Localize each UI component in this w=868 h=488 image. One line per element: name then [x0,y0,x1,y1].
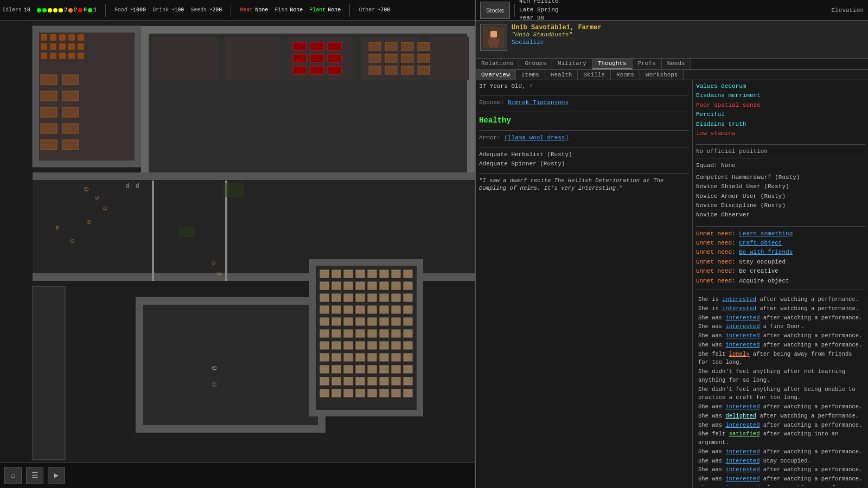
svg-rect-158 [380,365,388,373]
thought-link[interactable]: interested [725,403,760,410]
svg-rect-168 [404,377,412,385]
tab-groups[interactable]: Groups [519,59,552,69]
unmet-needs: Unmet need: Learn something Unmet need: … [696,230,865,286]
char-info: Unib Savotäble1, Farmer "Unib Standbusts… [512,24,864,46]
divider-spouse [479,112,689,112]
thought-link[interactable]: interested [725,476,760,482]
svg-rect-17 [41,53,47,59]
subtab-items[interactable]: Items [516,70,545,80]
svg-rect-61 [310,66,324,74]
values-section: Values decorum Disdains merriment Poor s… [696,82,865,139]
dot-2 [42,8,47,12]
thought-link[interactable]: interested [725,342,760,348]
subtab-overview[interactable]: Overview [476,70,516,80]
svg-rect-19 [59,53,66,59]
svg-rect-179 [0,21,31,471]
svg-rect-58 [310,54,324,62]
divider-thoughts [696,290,865,290]
svg-rect-154 [332,365,341,373]
thoughts-log[interactable]: She is interested after watching a perfo… [696,293,865,486]
tab-military[interactable]: Military [552,59,592,69]
subtab-skills[interactable]: Skills [578,70,611,80]
thought-link[interactable]: interested [725,422,760,428]
svg-rect-98 [332,282,341,290]
svg-rect-166 [380,377,388,385]
thought-link[interactable]: interested [725,458,760,464]
thought-link[interactable]: interested [725,466,760,473]
svg-rect-37 [152,37,217,80]
health-row: Healthy [479,115,689,126]
thought-link[interactable]: delighted [725,413,756,419]
svg-rect-133 [368,330,376,337]
svg-rect-142 [380,342,388,349]
svg-rect-157 [368,365,376,373]
tab-relations[interactable]: Relations [476,59,519,69]
svg-rect-135 [392,330,400,337]
armor-label: Armor: [479,134,501,141]
menu-icon[interactable]: ☰ [26,467,43,484]
food-section: Food ~1000 [114,7,146,13]
svg-rect-123 [344,318,353,325]
thought-link[interactable]: interested [725,448,760,455]
map-icon[interactable]: ⌂ [4,467,22,484]
svg-rect-131 [344,330,353,337]
svg-rect-180 [222,183,244,197]
thought-link[interactable]: interested [725,332,760,339]
svg-rect-15 [68,43,75,50]
svg-rect-115 [344,306,353,313]
svg-rect-176 [404,389,412,397]
svg-rect-162 [332,377,341,385]
thought-link[interactable]: interested [725,485,760,486]
char-portrait[interactable] [480,24,507,51]
thought-link[interactable]: lonely [729,351,750,357]
subtab-workshops[interactable]: Workshops [640,70,684,80]
svg-rect-116 [356,306,365,313]
svg-rect-43 [385,42,397,50]
skills-right: Competent Hammerdwarf (Rusty) Novice Shi… [696,174,865,221]
map-area[interactable]: ☺ ☺ ☺ ☺ ☺ ☺ ☺ d d c [0,21,475,471]
svg-rect-185 [488,38,492,44]
food-label: Food [114,7,127,13]
play-icon[interactable]: ▶ [48,467,65,484]
thought-link[interactable]: interested [725,314,760,321]
divider-position [696,158,865,158]
svg-rect-146 [332,354,341,361]
unmet-4: Unmet need: Stay occupied [696,258,865,266]
svg-rect-60 [293,66,307,74]
spouse-value[interactable]: Bomrek Tipcanyons [508,99,569,106]
svg-rect-103 [392,282,400,290]
thought-link[interactable]: interested [722,296,756,303]
game-map[interactable]: ☺ ☺ ☺ ☺ ☺ ☺ ☺ d d c [0,21,475,471]
tab-prefs[interactable]: Prefs [633,59,662,69]
svg-rect-5 [135,26,141,167]
svg-rect-46 [369,54,381,62]
svg-text:☺: ☺ [217,270,221,278]
tab-thoughts[interactable]: Thoughts [592,59,633,69]
subtab-health[interactable]: Health [545,70,578,80]
armor-value[interactable]: (llama wool dress) [504,134,569,141]
stocks-button[interactable]: Stocks [480,2,510,19]
skill-extra-2: Adequate Spinner (Rusty) [479,160,689,168]
svg-rect-12 [41,43,47,50]
elevation-label: Elevation [832,7,864,14]
svg-rect-64 [33,172,475,180]
svg-rect-126 [380,318,388,325]
svg-rect-30 [41,140,57,150]
thought-link[interactable]: interested [725,323,760,330]
divider-3 [349,4,350,17]
svg-rect-101 [368,282,376,290]
thought-link[interactable]: interested [722,305,756,312]
svg-rect-88 [417,259,423,416]
svg-rect-124 [356,318,365,325]
svg-rect-42 [369,42,381,50]
subtab-rooms[interactable]: Rooms [611,70,640,80]
char-action[interactable]: Socialize [512,39,864,46]
svg-rect-167 [392,377,400,385]
svg-rect-120 [404,306,412,313]
thought-link[interactable]: satisfied [729,431,760,437]
game-viewport[interactable]: ☺ ☺ ☺ ☺ ☺ ☺ ☺ d d c [0,0,475,488]
thoughts-quote: "I saw a dwarf recite The Hellish Deteri… [479,177,689,192]
no-position: No official position [696,148,865,155]
other-section: Other ~700 [359,7,390,13]
tab-needs[interactable]: Needs [662,59,691,69]
